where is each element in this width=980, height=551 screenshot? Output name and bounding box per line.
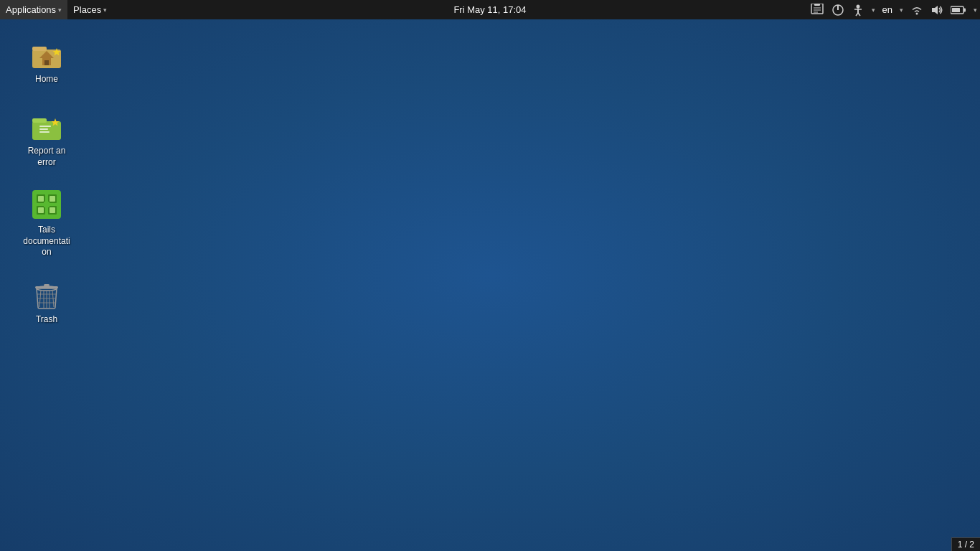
- battery-chevron: ▾: [974, 6, 977, 14]
- desktop: Home Report anerror: [0, 19, 980, 551]
- svg-rect-28: [39, 131, 50, 133]
- report-error-svg: [29, 108, 64, 143]
- svg-rect-40: [35, 286, 58, 288]
- trash-icon[interactable]: Trash: [14, 274, 79, 329]
- battery-arrow-icon[interactable]: ▾: [971, 0, 980, 19]
- svg-rect-21: [44, 60, 49, 65]
- svg-rect-37: [50, 207, 55, 213]
- places-label: Places: [73, 4, 101, 15]
- clock: Fri May 11, 17:04: [453, 4, 526, 15]
- applications-label: Applications: [6, 4, 56, 15]
- svg-rect-18: [32, 47, 47, 51]
- language-arrow-icon[interactable]: ▾: [897, 0, 906, 19]
- home-folder-icon[interactable]: Home: [14, 34, 79, 88]
- wifi-icon[interactable]: [908, 0, 926, 19]
- tails-docs-label: Tails documentation: [17, 225, 76, 258]
- report-error-label: Report anerror: [28, 146, 66, 168]
- language-label: en: [882, 4, 892, 15]
- tails-docs-icon[interactable]: Tails documentation: [14, 184, 79, 261]
- panel-left: Applications ▾ Places ▾: [0, 0, 113, 19]
- accessibility-chevron: ▾: [872, 6, 875, 14]
- clipboard-svg: [810, 4, 824, 17]
- wifi-svg: [910, 4, 923, 16]
- power-svg: [831, 4, 844, 17]
- svg-rect-1: [814, 4, 820, 6]
- volume-svg: [930, 4, 943, 16]
- applications-arrow-icon: ▾: [58, 6, 62, 14]
- volume-icon[interactable]: [928, 0, 946, 19]
- workspace-pager[interactable]: 1 / 2: [951, 537, 980, 551]
- svg-rect-15: [963, 8, 966, 11]
- system-tray: ▾ en ▾: [807, 0, 980, 19]
- svg-point-12: [916, 12, 918, 14]
- svg-line-11: [858, 13, 860, 16]
- svg-rect-34: [38, 196, 44, 202]
- tails-docs-image: [29, 187, 64, 222]
- svg-rect-16: [952, 8, 960, 12]
- home-folder-image: [29, 37, 64, 71]
- report-error-icon[interactable]: Report anerror: [14, 105, 79, 171]
- trash-label: Trash: [36, 314, 57, 326]
- workspace-pager-label: 1 / 2: [958, 540, 974, 550]
- clipboard-icon[interactable]: [807, 0, 827, 19]
- battery-icon[interactable]: [948, 0, 969, 19]
- svg-rect-38: [44, 202, 50, 207]
- language-selector[interactable]: en: [880, 0, 895, 19]
- trash-svg: [29, 277, 64, 311]
- svg-marker-13: [932, 6, 938, 14]
- battery-svg: [951, 6, 966, 14]
- tails-docs-svg: [29, 187, 64, 222]
- svg-rect-35: [50, 196, 55, 202]
- trash-image: [29, 277, 64, 311]
- svg-rect-27: [39, 128, 48, 130]
- language-chevron: ▾: [900, 6, 903, 14]
- svg-rect-26: [39, 126, 51, 127]
- places-arrow-icon: ▾: [103, 6, 107, 14]
- top-panel: Applications ▾ Places ▾ Fri May 11, 17:0…: [0, 0, 980, 19]
- accessibility-arrow-icon[interactable]: ▾: [869, 0, 878, 19]
- home-folder-label: Home: [35, 74, 58, 85]
- accessibility-svg: [852, 4, 864, 17]
- accessibility-icon[interactable]: [849, 0, 867, 19]
- datetime-display: Fri May 11, 17:04: [453, 4, 526, 15]
- report-error-image: [29, 108, 64, 143]
- power-icon[interactable]: [829, 0, 847, 19]
- applications-menu[interactable]: Applications ▾: [0, 0, 67, 19]
- svg-point-7: [856, 4, 859, 8]
- home-folder-svg: [29, 37, 64, 71]
- places-menu[interactable]: Places ▾: [67, 0, 113, 19]
- svg-rect-24: [32, 118, 47, 123]
- svg-rect-36: [38, 207, 44, 213]
- svg-rect-41: [44, 284, 50, 286]
